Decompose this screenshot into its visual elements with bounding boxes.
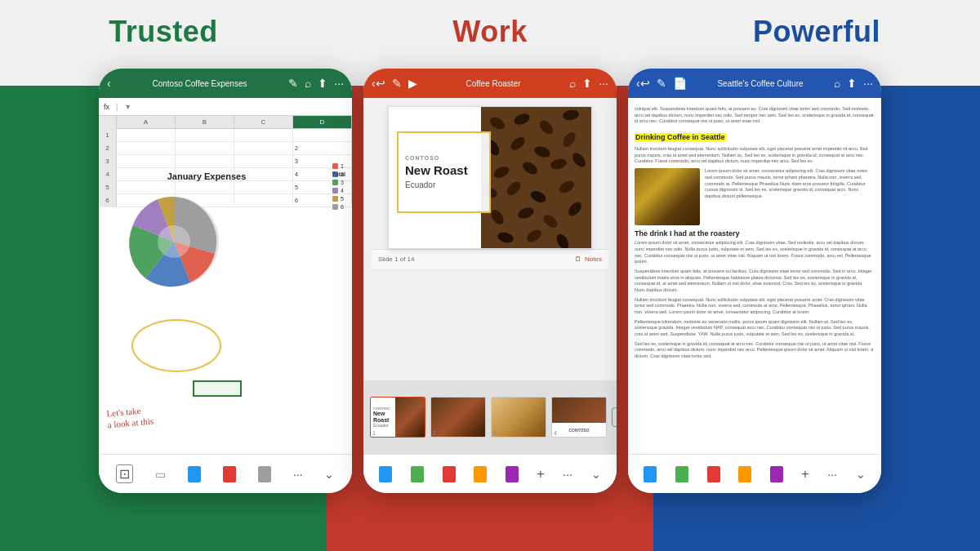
ppt-undo-icon[interactable]: ↩ bbox=[376, 77, 385, 90]
cell-a3[interactable] bbox=[117, 155, 176, 167]
word-sub-heading: The drink I had at the roastery bbox=[635, 229, 875, 238]
word-bottom-toolbar: + ··· ⌄ bbox=[628, 454, 881, 493]
chart-legend: 1 2 3 4 5 bbox=[332, 163, 344, 210]
word-heading-block: Drinking Coffee in Seattle bbox=[635, 128, 875, 143]
word-plus-icon[interactable]: + bbox=[801, 467, 808, 482]
svg-point-1 bbox=[158, 225, 190, 258]
coffee-beans-svg bbox=[481, 107, 591, 249]
excel-pencil-red[interactable] bbox=[223, 466, 236, 482]
word-chevron-icon[interactable]: ⌄ bbox=[856, 468, 866, 481]
cell-c3[interactable] bbox=[234, 155, 293, 167]
ppt-chevron-icon[interactable]: ⌄ bbox=[591, 468, 601, 481]
word-more-icon[interactable]: ··· bbox=[863, 77, 873, 90]
section-headers: Trusted Work Powerful bbox=[0, 0, 980, 60]
word-more-tools-icon[interactable]: ··· bbox=[827, 468, 837, 481]
header-trusted: Trusted bbox=[0, 15, 327, 49]
word-coffee-text: Lorem ipsum dolor sit amet, consectetur … bbox=[705, 168, 875, 222]
cell-d1[interactable] bbox=[293, 129, 352, 141]
word-search-icon[interactable]: ⌕ bbox=[834, 77, 840, 90]
ppt-left-icons: ↩ ✎ ▶ bbox=[376, 77, 417, 90]
legend-dot-3 bbox=[332, 180, 338, 185]
word-body-text-5: Pellentesque bibendum, molestie eu venen… bbox=[635, 319, 875, 338]
excel-col-c[interactable]: C bbox=[234, 116, 293, 128]
legend-label-6: 6 bbox=[341, 204, 344, 210]
row-label-6: 6 bbox=[99, 194, 117, 207]
legend-dot-1 bbox=[332, 163, 338, 169]
legend-label-3: 3 bbox=[341, 180, 344, 185]
word-pencil-orange[interactable] bbox=[738, 466, 751, 482]
ppt-main-slide: CONTOSO New Roast Ecuador bbox=[388, 106, 592, 249]
cell-d2[interactable]: 2 bbox=[293, 142, 352, 154]
cell-c1[interactable] bbox=[234, 129, 293, 141]
word-share-icon[interactable]: ⬆ bbox=[847, 77, 857, 90]
cell-b2[interactable] bbox=[176, 142, 234, 154]
word-pencil-purple[interactable] bbox=[770, 466, 783, 482]
word-body-text-4: Nullam tincidunt feugiat consequat. Nunc… bbox=[635, 297, 875, 316]
excel-pen-icon[interactable]: ✎ bbox=[288, 77, 298, 90]
ppt-pen-icon[interactable]: ✎ bbox=[392, 77, 402, 90]
excel-more-icon[interactable]: ··· bbox=[334, 77, 344, 90]
cell-b1[interactable] bbox=[176, 129, 234, 141]
row-label-4: 4 bbox=[99, 168, 117, 180]
word-pencil-green[interactable] bbox=[675, 466, 688, 482]
excel-pencil-gray[interactable] bbox=[258, 466, 271, 482]
ppt-notes-btn[interactable]: 🗒 Notes bbox=[575, 256, 602, 263]
ppt-slide-area: CONTOSO New Roast Ecuador Slide 1 of 14 … bbox=[363, 98, 617, 380]
word-highlight-heading: Drinking Coffee in Seattle bbox=[635, 133, 726, 141]
excel-row-1: 1 bbox=[99, 129, 352, 142]
excel-chevron-icon[interactable]: ⌄ bbox=[324, 468, 334, 481]
ppt-bottom-toolbar: + ··· ⌄ bbox=[363, 454, 617, 493]
add-slide-button[interactable]: + bbox=[612, 407, 617, 427]
slide-thumb-num-3: 3 bbox=[493, 430, 497, 436]
ppt-phone: ‹ ↩ ✎ ▶ Coffee Roaster ⌕ ⬆ ··· bbox=[363, 69, 617, 493]
ppt-slides-strip: CONTOSO New Roast Ecuador 1 2 3 bbox=[363, 380, 617, 454]
word-body-text-3: Suspendisse interdum quam felis, at posu… bbox=[635, 269, 875, 294]
ppt-pencil-orange[interactable] bbox=[474, 466, 487, 482]
excel-formula-bar: fx | ▼ bbox=[99, 98, 352, 116]
row-label-2: 2 bbox=[99, 142, 117, 154]
ppt-share-icon[interactable]: ⬆ bbox=[582, 77, 592, 90]
excel-row-num-header bbox=[99, 116, 117, 129]
slide-thumb-2[interactable]: 2 bbox=[430, 397, 486, 438]
excel-expand-icon[interactable]: ⊡ bbox=[116, 464, 133, 483]
excel-col-b[interactable]: B bbox=[176, 116, 234, 128]
cell-b3[interactable] bbox=[176, 155, 234, 167]
slide-thumb-1[interactable]: CONTOSO New Roast Ecuador 1 bbox=[370, 397, 425, 438]
word-doc-icon[interactable]: 📄 bbox=[673, 77, 687, 90]
cell-a1[interactable] bbox=[117, 129, 176, 141]
word-intro-text: volutpat elit. Suspendisse interdum quam… bbox=[635, 106, 875, 125]
ppt-pencil-blue[interactable] bbox=[379, 466, 392, 482]
excel-share-icon[interactable]: ⬆ bbox=[318, 77, 327, 90]
legend-1: 1 bbox=[332, 163, 344, 169]
excel-search-icon[interactable]: ⌕ bbox=[305, 77, 311, 90]
ppt-pencil-green[interactable] bbox=[411, 466, 424, 482]
word-undo-icon[interactable]: ↩ bbox=[640, 77, 650, 90]
cell-a2[interactable] bbox=[117, 142, 176, 154]
excel-more-tools-icon[interactable]: ··· bbox=[293, 468, 303, 481]
excel-col-d[interactable]: D bbox=[293, 116, 352, 128]
excel-col-a[interactable]: A bbox=[117, 116, 176, 128]
ppt-pencil-purple[interactable] bbox=[506, 466, 519, 482]
ppt-pencil-red[interactable] bbox=[443, 466, 456, 482]
word-pen-icon[interactable]: ✎ bbox=[657, 77, 666, 90]
cell-c2[interactable] bbox=[234, 142, 293, 154]
phones-row: ‹ Contoso Coffee Expenses ✎ ⌕ ⬆ ··· fx |… bbox=[0, 60, 980, 493]
slide-thumb-3[interactable]: 3 bbox=[491, 397, 546, 438]
word-title: Seattle's Coffee Culture bbox=[687, 79, 835, 88]
ppt-more-icon[interactable]: ··· bbox=[599, 77, 608, 90]
ppt-slide-coffee-img bbox=[481, 107, 591, 249]
word-pencil-blue[interactable] bbox=[644, 466, 657, 482]
ppt-play-icon[interactable]: ▶ bbox=[408, 77, 417, 90]
excel-pencil-blue[interactable] bbox=[188, 466, 201, 482]
excel-phone: ‹ Contoso Coffee Expenses ✎ ⌕ ⬆ ··· fx |… bbox=[99, 69, 352, 493]
slide-thumb-4[interactable]: CONTOSO 4 bbox=[551, 397, 607, 438]
legend-label-1: 1 bbox=[341, 163, 344, 169]
ppt-more-tools-icon[interactable]: ··· bbox=[563, 468, 572, 481]
ppt-plus-icon[interactable]: + bbox=[537, 467, 544, 482]
ppt-topbar: ‹ ↩ ✎ ▶ Coffee Roaster ⌕ ⬆ ··· bbox=[363, 69, 617, 98]
word-pencil-red[interactable] bbox=[707, 466, 720, 482]
excel-eraser-icon[interactable]: ▭ bbox=[155, 468, 166, 481]
ppt-footer-bar: Slide 1 of 14 🗒 Notes bbox=[372, 249, 608, 269]
hero-container: Trusted Work Powerful ‹ Contoso Coffee E… bbox=[0, 0, 980, 551]
ppt-search-icon[interactable]: ⌕ bbox=[569, 77, 576, 90]
